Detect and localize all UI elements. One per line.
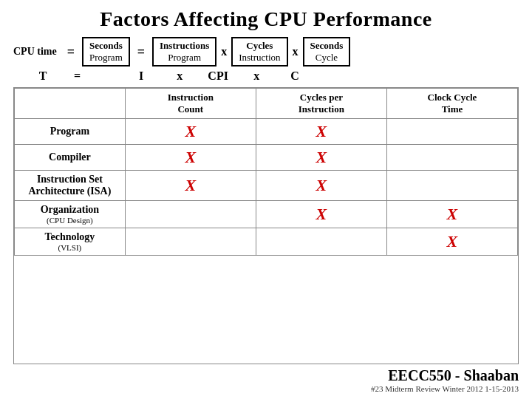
- course-label: EECC550 - Shaaban: [371, 367, 519, 384]
- var-x1: x: [177, 69, 183, 83]
- row-label-2: Instruction Set Architecture (ISA): [15, 171, 126, 201]
- times2: x: [293, 45, 299, 58]
- var-C: C: [273, 69, 317, 83]
- row-label-1: Compiler: [15, 145, 126, 171]
- page-title: Factors Affecting CPU Performance: [13, 7, 519, 31]
- table-row: CompilerXX: [15, 145, 518, 171]
- row-ic-4: [125, 228, 256, 256]
- block4-top: Seconds: [310, 40, 344, 52]
- instructions-per-program-block: Instructions Program: [152, 37, 216, 66]
- row-cct-4: X: [386, 228, 517, 256]
- row-ic-0: X: [125, 119, 256, 145]
- table-row: Technology(VLSI)X: [15, 228, 518, 256]
- row-cpi-1: X: [256, 145, 386, 171]
- block1-bottom: Program: [89, 52, 123, 64]
- var-CPI: CPI: [196, 69, 240, 83]
- table-header-row: InstructionCount Cycles perInstruction C…: [15, 89, 518, 119]
- footer: EECC550 - Shaaban #23 Midterm Review Win…: [13, 367, 519, 393]
- row-cct-2: [386, 171, 517, 201]
- seconds-per-cycle-block: Seconds Cycle: [303, 37, 351, 66]
- col-header-factor: [15, 89, 126, 119]
- variable-row: T = I x CPI x C: [13, 69, 519, 83]
- var-T: T: [21, 69, 65, 83]
- row-cpi-2: X: [256, 171, 386, 201]
- block3-bottom: Instruction: [239, 52, 280, 64]
- equals-sign: =: [67, 44, 75, 60]
- var-x2: x: [253, 69, 259, 83]
- equation-row: CPU time = Seconds Program = Instruction…: [13, 37, 519, 66]
- row-ic-1: X: [125, 145, 256, 171]
- row-cpi-4: [256, 228, 386, 256]
- row-cct-1: [386, 145, 517, 171]
- row-ic-3: [125, 201, 256, 228]
- eq-equals2: =: [137, 44, 145, 60]
- block2-bottom: Program: [168, 52, 201, 64]
- table-body: ProgramXXCompilerXXInstruction Set Archi…: [15, 119, 518, 256]
- row-cct-0: [386, 119, 517, 145]
- row-ic-2: X: [125, 171, 256, 201]
- col-header-cct: Clock CycleTime: [386, 89, 517, 119]
- table-row: Organization(CPU Design)XX: [15, 201, 518, 228]
- footer-right: EECC550 - Shaaban #23 Midterm Review Win…: [371, 367, 519, 393]
- cpu-time-label: CPU time: [13, 46, 57, 58]
- row-label-3: Organization(CPU Design): [15, 201, 126, 228]
- row-label-0: Program: [15, 119, 126, 145]
- col-header-cpi: Cycles perInstruction: [256, 89, 386, 119]
- var-I: I: [119, 69, 163, 83]
- cycles-per-instruction-block: Cycles Instruction: [231, 37, 287, 66]
- times1: x: [221, 45, 227, 58]
- performance-table-container: InstructionCount Cycles perInstruction C…: [13, 87, 519, 364]
- block3-top: Cycles: [246, 40, 273, 52]
- block1-top: Seconds: [89, 40, 123, 52]
- course-subtext: #23 Midterm Review Winter 2012 1-15-2013: [371, 384, 519, 393]
- var-equals: =: [74, 69, 81, 83]
- block2-top: Instructions: [160, 40, 209, 52]
- row-cct-3: X: [386, 201, 517, 228]
- seconds-per-program-block: Seconds Program: [82, 37, 130, 66]
- table-row: ProgramXX: [15, 119, 518, 145]
- row-label-4: Technology(VLSI): [15, 228, 126, 256]
- col-header-ic: InstructionCount: [125, 89, 256, 119]
- row-cpi-3: X: [256, 201, 386, 228]
- performance-table: InstructionCount Cycles perInstruction C…: [14, 88, 518, 256]
- row-cpi-0: X: [256, 119, 386, 145]
- block4-bottom: Cycle: [316, 52, 338, 64]
- table-row: Instruction Set Architecture (ISA)XX: [15, 171, 518, 201]
- main-page: Factors Affecting CPU Performance CPU ti…: [0, 0, 532, 399]
